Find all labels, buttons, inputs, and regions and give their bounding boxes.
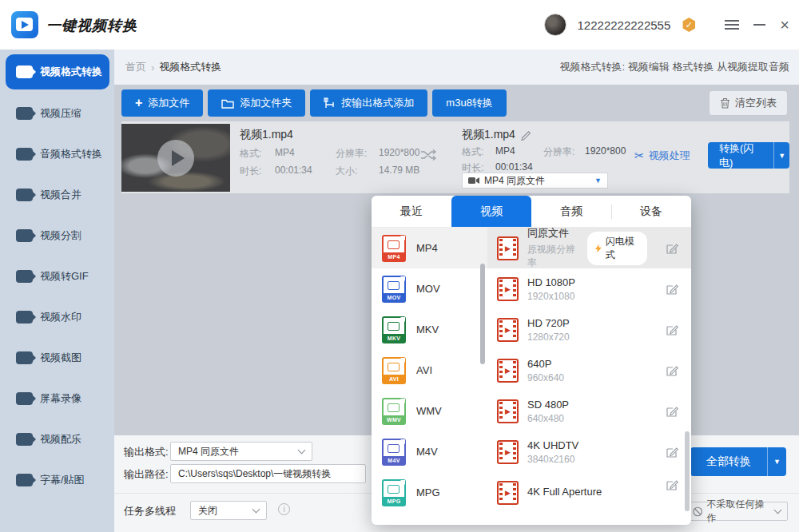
add-file-button[interactable]: + 添加文件	[121, 89, 203, 117]
filmstrip-icon: ▶	[497, 440, 519, 464]
preset-subtitle: 1280x720	[527, 332, 570, 343]
avatar[interactable]	[544, 14, 566, 36]
tab-recent[interactable]: 最近	[372, 196, 451, 227]
multithread-select[interactable]: 关闭	[190, 501, 267, 520]
breadcrumb-home[interactable]: 首页	[125, 60, 146, 74]
video-process-link[interactable]: ✂ 视频处理	[634, 149, 690, 163]
preset-subtitle: 3840x2160	[527, 454, 578, 465]
rename-pencil-icon[interactable]	[521, 130, 531, 141]
tab-audio[interactable]: 音频	[531, 196, 611, 227]
preset-subtitle: 原视频分辨率	[527, 243, 578, 270]
sidebar-item-video-screenshot[interactable]: 视频截图	[6, 340, 109, 375]
flash-mode-badge[interactable]: 闪电模式	[587, 232, 647, 265]
convert-all-button[interactable]: 全部转换	[690, 447, 767, 476]
sidebar-item-label: 视频压缩	[40, 106, 81, 121]
tab-video[interactable]: 视频	[451, 196, 531, 227]
sidebar-item-label: 音频格式转换	[40, 147, 102, 161]
sidebar-item-audio-format-convert[interactable]: 音频格式转换	[6, 137, 109, 172]
video-thumbnail[interactable]	[121, 124, 230, 192]
edit-preset-icon[interactable]	[666, 242, 678, 255]
app-title: 一键视频转换	[46, 16, 137, 35]
avi-band-label: AVI	[383, 375, 405, 383]
sidebar-item-video-split[interactable]: 视频分割	[6, 218, 109, 253]
sidebar-item-video-format-convert[interactable]: 视频格式转换	[6, 54, 109, 89]
sidebar-item-label: 视频配乐	[40, 432, 81, 447]
clear-list-button[interactable]: 清空列表	[709, 90, 788, 116]
play-icon[interactable]	[157, 140, 194, 177]
convert-button[interactable]: 转换(闪电)	[708, 142, 773, 169]
filmstrip-icon: ▶	[497, 318, 519, 342]
preset-list-scrollbar[interactable]	[685, 431, 690, 511]
sidebar-item-label: 字幕/贴图	[40, 473, 85, 487]
m4v-band-label: M4V	[383, 456, 405, 465]
edit-preset-icon[interactable]	[666, 405, 678, 418]
edit-preset-icon[interactable]	[666, 283, 678, 296]
sidebar-item-subtitle-sticker[interactable]: 字幕/贴图	[6, 463, 109, 498]
preset-item-4k-uhdtv[interactable]: ▶ 4K UHDTV 3840x2160	[487, 431, 691, 472]
format-item-mpg[interactable]: MPG MPG	[372, 472, 487, 513]
global-output-format-select[interactable]: MP4 同原文件	[170, 442, 312, 461]
output-path-input[interactable]: C:\Users\sqs\Desktop\一键视频转换	[170, 464, 366, 483]
preset-title: HD 720P	[527, 317, 570, 329]
output-format-select[interactable]: MP4 同原文件 ▼	[462, 173, 608, 189]
sidebar-item-video-compress[interactable]: 视频压缩	[6, 96, 109, 131]
convert-dropdown-caret[interactable]: ▼	[773, 142, 789, 169]
sidebar-item-video-watermark[interactable]: 视频水印	[6, 300, 109, 335]
m3u8-convert-button[interactable]: m3u8转换	[432, 89, 507, 117]
preset-item-sd-480p[interactable]: ▶ SD 480P 640x480	[487, 391, 691, 431]
convert-all-button-group: 全部转换 ▼	[690, 447, 786, 476]
add-folder-button[interactable]: 添加文件夹	[208, 89, 305, 117]
format-item-wmv[interactable]: WMV WMV	[372, 391, 487, 431]
format-item-avi[interactable]: AVI AVI	[372, 350, 487, 391]
format-item-mp4[interactable]: MP4 MP4	[372, 228, 487, 268]
format-item-label: MPG	[416, 486, 440, 498]
minimize-icon[interactable]	[753, 24, 765, 26]
edit-preset-icon[interactable]	[666, 324, 678, 336]
multithread-value: 关闭	[198, 504, 217, 518]
clear-list-label: 清空列表	[735, 96, 777, 110]
page-feature-hint: 视频格式转换: 视频编辑 格式转换 从视频提取音频	[560, 60, 789, 74]
sidebar-item-screen-record[interactable]: 屏幕录像	[6, 381, 109, 416]
edit-preset-icon[interactable]	[666, 478, 678, 491]
format-list-scrollbar[interactable]	[480, 264, 485, 364]
close-icon[interactable]: ×	[780, 17, 789, 33]
username: 12222222222555	[578, 18, 671, 32]
m4v-file-icon: M4V	[382, 439, 406, 466]
preset-item-hd-720p[interactable]: ▶ HD 720P 1280x720	[487, 309, 691, 350]
add-by-output-format-button[interactable]: 按输出格式添加	[310, 89, 427, 117]
format-item-m4v[interactable]: M4V M4V	[372, 431, 487, 472]
vip-badge-icon[interactable]: ✓	[682, 18, 696, 32]
format-item-mkv[interactable]: MKV MKV	[372, 309, 487, 350]
multithread-setting-label: 任务多线程	[124, 504, 176, 518]
format-item-label: AVI	[416, 364, 432, 376]
convert-all-dropdown-caret[interactable]: ▼	[767, 447, 786, 476]
preset-item-4k-full-aperture[interactable]: ▶ 4K Full Aperture	[487, 472, 691, 513]
filmstrip-icon: ▶	[497, 481, 519, 505]
info-icon: i	[278, 503, 290, 515]
output-file-name: 视频1.mp4	[462, 128, 515, 142]
after-done-action-select[interactable]: 不采取任何操作	[686, 502, 788, 521]
preset-item-hd-1080p[interactable]: ▶ HD 1080P 1920x1080	[487, 268, 691, 309]
format-label: 格式:	[462, 145, 495, 159]
edit-preset-icon[interactable]	[666, 446, 678, 459]
menu-icon[interactable]	[725, 20, 739, 30]
sidebar-item-video-merge[interactable]: 视频合并	[6, 177, 109, 212]
tab-device[interactable]: 设备	[611, 196, 691, 227]
edit-preset-icon[interactable]	[666, 364, 678, 377]
breadcrumb-current: 视频格式转换	[159, 60, 221, 74]
no-action-icon	[693, 506, 702, 517]
filmstrip-icon: ▶	[497, 277, 519, 301]
resolution-label: 分辨率:	[543, 145, 585, 159]
toolbar: + 添加文件 添加文件夹 按输出格式添加 m3u8转换	[121, 89, 507, 117]
preset-title: 4K Full Aperture	[527, 486, 602, 498]
preset-item-same-as-source[interactable]: ▶ 同原文件 原视频分辨率 闪电模式	[487, 228, 691, 268]
preset-item-640p[interactable]: ▶ 640P 960x640	[487, 350, 691, 391]
format-item-mov[interactable]: MOV MOV	[372, 268, 487, 309]
sidebar-item-video-music[interactable]: 视频配乐	[6, 422, 109, 457]
format-label: 格式:	[240, 147, 275, 161]
format-item-label: MKV	[416, 324, 439, 335]
sidebar-item-video-to-gif[interactable]: 视频转GIF	[6, 259, 109, 294]
chevron-down-icon	[252, 506, 260, 514]
mpg-file-icon: MPG	[382, 479, 406, 506]
chevron-down-icon	[774, 506, 782, 514]
